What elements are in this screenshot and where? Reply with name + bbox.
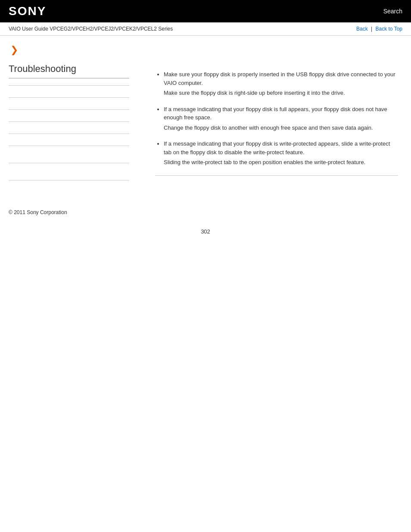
sidebar-nav-line-5 [9, 134, 129, 134]
sidebar-nav-line-4 [9, 121, 129, 122]
bullet-main-3: If a message indicating that your floppy… [164, 140, 390, 156]
sony-logo: SONY [9, 4, 46, 18]
footer: © 2011 Sony Corporation [0, 201, 411, 220]
sidebar-nav-line-8 [9, 180, 129, 180]
header: SONY Search [0, 0, 411, 22]
sidebar-arrow-icon: ❯ [10, 44, 129, 56]
list-item-3: If a message indicating that your floppy… [164, 140, 398, 167]
back-to-top-link[interactable]: Back to Top [376, 26, 402, 32]
bullet-main-2: If a message indicating that your floppy… [164, 106, 387, 121]
nav-links: Back | Back to Top [356, 26, 402, 32]
bullet-main-1: Make sure your floppy disk is properly i… [164, 71, 395, 86]
sidebar-nav-line-2 [9, 97, 129, 98]
back-link[interactable]: Back [356, 26, 368, 32]
sidebar-nav-line-7 [9, 163, 129, 163]
search-button[interactable]: Search [383, 8, 402, 15]
list-item-1: Make sure your floppy disk is properly i… [164, 70, 398, 97]
list-item-2: If a message indicating that your floppy… [164, 105, 398, 132]
page-number: 302 [0, 220, 411, 243]
sidebar-nav-line-3 [9, 109, 129, 110]
nav-separator: | [371, 26, 372, 32]
sidebar-nav-line-1 [9, 85, 129, 86]
content-area: Make sure your floppy disk is properly i… [138, 36, 411, 201]
breadcrumb-bar: VAIO User Guide VPCEG2/VPCEH2/VPCEJ2/VPC… [0, 22, 411, 36]
sidebar-nav-line-6 [9, 146, 129, 146]
guide-title: VAIO User Guide VPCEG2/VPCEH2/VPCEJ2/VPC… [9, 26, 173, 32]
bullet-sub-3: Sliding the write-protect tab to the ope… [164, 158, 398, 167]
sidebar: ❯ Troubleshooting [0, 36, 138, 201]
content-list: Make sure your floppy disk is properly i… [155, 70, 398, 167]
bullet-sub-1: Make sure the floppy disk is right-side … [164, 89, 398, 97]
main-container: ❯ Troubleshooting Make sure your floppy … [0, 36, 411, 201]
content-divider [155, 175, 398, 176]
sidebar-title: Troubleshooting [9, 63, 129, 78]
copyright-text: © 2011 Sony Corporation [9, 209, 67, 215]
bullet-sub-2: Change the floppy disk to another with e… [164, 124, 398, 132]
